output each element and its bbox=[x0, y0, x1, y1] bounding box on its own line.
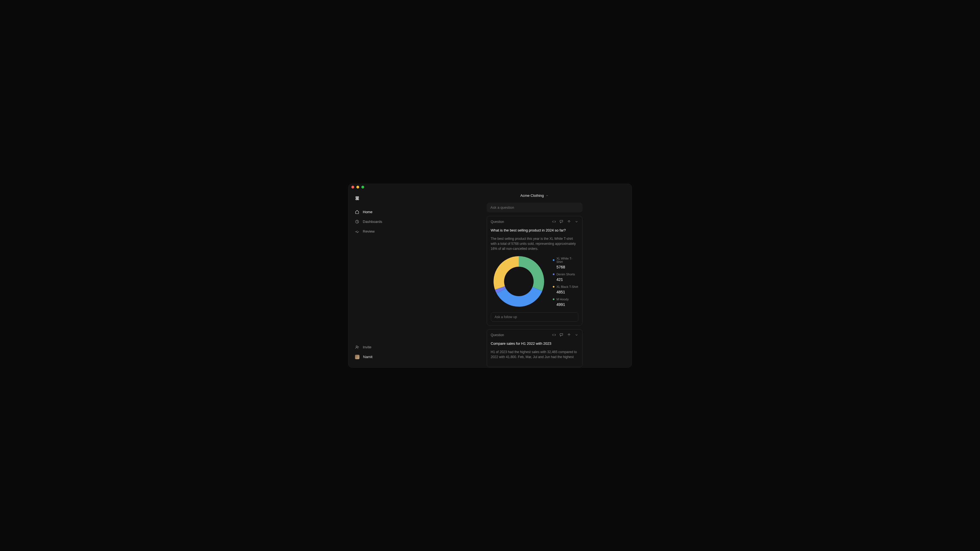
chevron-down-icon[interactable] bbox=[575, 333, 578, 337]
follow-up-placeholder: Ask a follow up bbox=[495, 315, 517, 319]
legend-label: XL White T-Shirt bbox=[557, 257, 578, 264]
maximize-window-button[interactable] bbox=[361, 186, 364, 189]
minimize-window-button[interactable] bbox=[356, 186, 359, 189]
chevron-down-icon bbox=[546, 194, 549, 197]
main-area: Acme Clothing Ask a question Question bbox=[438, 190, 632, 367]
pie-chart-icon bbox=[355, 219, 359, 224]
legend-item: XL White T-Shirt 5768 bbox=[553, 257, 578, 269]
legend-item: M Hoody 4991 bbox=[553, 298, 578, 307]
content-column: Ask a question Question What is the best… bbox=[487, 203, 582, 367]
chart-legend: XL White T-Shirt 5768 Denim Shorts 421 X… bbox=[553, 257, 578, 307]
donut-slice bbox=[519, 256, 544, 291]
card-label: Question bbox=[491, 220, 504, 224]
share-icon[interactable] bbox=[567, 220, 571, 224]
nav-list: Home Dashboards Review bbox=[353, 207, 434, 343]
follow-up-input[interactable]: Ask a follow up bbox=[491, 312, 578, 322]
ask-question-input[interactable]: Ask a question bbox=[487, 203, 582, 212]
share-icon[interactable] bbox=[567, 333, 571, 337]
legend-label: M Hoody bbox=[557, 298, 569, 301]
question-card: Question What is the best selling produc… bbox=[487, 216, 582, 326]
code-icon[interactable] bbox=[552, 220, 556, 224]
thumbs-down-icon[interactable] bbox=[560, 333, 563, 337]
chevron-down-icon[interactable] bbox=[575, 220, 578, 224]
user-menu[interactable]: Namit bbox=[353, 352, 434, 362]
user-plus-icon bbox=[355, 345, 359, 349]
donut-slice bbox=[493, 256, 519, 289]
app-window: Home Dashboards Review Invite bbox=[348, 184, 632, 367]
app-body: Home Dashboards Review Invite bbox=[348, 190, 632, 367]
thumbs-down-icon[interactable] bbox=[560, 220, 563, 224]
invite-label: Invite bbox=[363, 345, 371, 349]
legend-value: 4851 bbox=[553, 290, 578, 294]
legend-value: 421 bbox=[553, 277, 578, 282]
sidebar: Home Dashboards Review Invite bbox=[348, 190, 438, 367]
code-icon[interactable] bbox=[552, 333, 556, 337]
question-card: Question Compare sales for H1 2022 with … bbox=[487, 329, 582, 367]
answer-text: H1 of 2023 had the highest sales with 32… bbox=[491, 349, 578, 359]
card-label: Question bbox=[491, 333, 504, 337]
user-name: Namit bbox=[363, 355, 372, 359]
legend-dot bbox=[553, 299, 554, 300]
legend-label: XL Black T-Shirt bbox=[557, 285, 578, 288]
question-title: What is the best selling product in 2024… bbox=[491, 228, 578, 232]
workspace-switcher[interactable]: Acme Clothing bbox=[438, 190, 632, 203]
donut-slice bbox=[496, 287, 542, 306]
legend-dot bbox=[553, 286, 554, 287]
nav-label: Dashboards bbox=[363, 219, 382, 224]
nav-item-review[interactable]: Review bbox=[353, 227, 434, 236]
answer-text: The best selling product this year is th… bbox=[491, 236, 578, 251]
legend-item: Denim Shorts 421 bbox=[553, 273, 578, 282]
nav-item-home[interactable]: Home bbox=[353, 207, 434, 216]
question-title: Compare sales for H1 2022 with 2023 bbox=[491, 341, 578, 346]
close-window-button[interactable] bbox=[352, 186, 354, 189]
nav-label: Home bbox=[363, 210, 372, 214]
invite-button[interactable]: Invite bbox=[353, 343, 434, 352]
app-logo-icon bbox=[355, 196, 360, 201]
legend-value: 4991 bbox=[553, 302, 578, 307]
nav-item-dashboards[interactable]: Dashboards bbox=[353, 217, 434, 226]
legend-dot bbox=[553, 259, 554, 261]
home-icon bbox=[355, 210, 359, 214]
chart-row: XL White T-Shirt 5768 Denim Shorts 421 X… bbox=[491, 255, 578, 308]
double-check-icon bbox=[355, 229, 359, 233]
legend-item: XL Black T-Shirt 4851 bbox=[553, 285, 578, 294]
workspace-name: Acme Clothing bbox=[520, 194, 544, 198]
nav-label: Review bbox=[363, 229, 375, 233]
legend-label: Denim Shorts bbox=[557, 273, 575, 276]
avatar bbox=[355, 355, 360, 359]
window-titlebar bbox=[348, 184, 632, 190]
ask-placeholder: Ask a question bbox=[490, 205, 514, 210]
svg-point-1 bbox=[356, 346, 358, 347]
donut-chart bbox=[493, 255, 545, 308]
legend-value: 5768 bbox=[553, 265, 578, 269]
legend-dot bbox=[553, 273, 554, 275]
